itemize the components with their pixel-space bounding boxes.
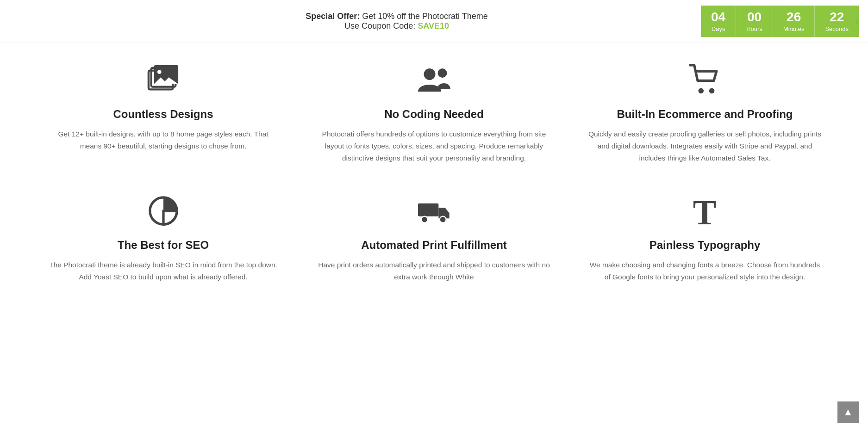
svg-point-11 xyxy=(421,216,428,222)
scroll-to-top-button[interactable]: ▲ xyxy=(837,401,859,423)
no-coding-desc: Photocrati offers hundreds of options to… xyxy=(317,128,551,165)
feature-typography: T Painless Typography We make choosing a… xyxy=(569,192,840,284)
top-banner: Special Offer: Get 10% off the Photocrat… xyxy=(0,0,868,43)
print-fulfillment-title: Automated Print Fulfillment xyxy=(317,239,551,252)
banner-offer: Get 10% off the Photocrati Theme xyxy=(360,12,488,21)
gallery-icon xyxy=(46,62,280,99)
countdown-timer: 04 Days 00 Hours 26 Minutes 22 Seconds xyxy=(701,6,859,37)
truck-icon xyxy=(317,192,551,229)
svg-point-5 xyxy=(424,68,435,80)
countdown-seconds: 22 Seconds xyxy=(815,6,859,37)
svg-point-3 xyxy=(157,70,161,74)
minutes-value: 26 xyxy=(787,10,801,25)
countless-designs-desc: Get 12+ built-in designs, with up to 8 h… xyxy=(46,128,280,153)
typography-title: Painless Typography xyxy=(588,239,822,252)
svg-point-12 xyxy=(439,216,446,222)
feature-print-fulfillment: Automated Print Fulfillment Have print o… xyxy=(299,192,569,284)
ecommerce-title: Built-In Ecommerce and Proofing xyxy=(588,108,822,121)
main-content: Countless Designs Get 12+ built-in desig… xyxy=(0,43,868,321)
days-label: Days xyxy=(712,25,725,32)
countless-designs-title: Countless Designs xyxy=(46,108,280,121)
typography-icon: T xyxy=(588,192,822,229)
features-row-1: Countless Designs Get 12+ built-in desig… xyxy=(28,62,840,165)
banner-prefix: Special Offer: xyxy=(306,12,360,21)
svg-point-6 xyxy=(437,68,447,78)
cart-icon xyxy=(588,62,822,99)
seconds-label: Seconds xyxy=(825,25,849,32)
countdown-days: 04 Days xyxy=(701,6,736,37)
banner-coupon-prefix: Use Coupon Code: xyxy=(344,21,418,31)
banner-coupon-code: SAVE10 xyxy=(418,21,449,31)
svg-rect-10 xyxy=(418,203,438,216)
feature-no-coding: No Coding Needed Photocrati offers hundr… xyxy=(299,62,569,165)
countdown-hours: 00 Hours xyxy=(736,6,773,37)
svg-point-7 xyxy=(698,88,704,93)
hours-value: 00 xyxy=(747,10,762,25)
banner-text: Special Offer: Get 10% off the Photocrat… xyxy=(102,12,692,31)
print-fulfillment-desc: Have print orders automatically printed … xyxy=(317,259,551,284)
countdown-minutes: 26 Minutes xyxy=(773,6,815,37)
svg-text:T: T xyxy=(693,195,716,227)
ecommerce-desc: Quickly and easily create proofing galle… xyxy=(588,128,822,165)
days-value: 04 xyxy=(711,10,725,25)
typography-desc: We make choosing and changing fonts a br… xyxy=(588,259,822,284)
hours-label: Hours xyxy=(746,25,762,32)
feature-countless-designs: Countless Designs Get 12+ built-in desig… xyxy=(28,62,299,153)
features-row-2: The Best for SEO The Photocrati theme is… xyxy=(28,192,840,284)
users-icon xyxy=(317,62,551,99)
seo-desc: The Photocrati theme is already built-in… xyxy=(46,259,280,284)
close-banner-button[interactable]: › xyxy=(856,16,859,26)
svg-point-8 xyxy=(709,88,714,93)
seconds-value: 22 xyxy=(830,10,844,25)
feature-seo: The Best for SEO The Photocrati theme is… xyxy=(28,192,299,284)
minutes-label: Minutes xyxy=(783,25,805,32)
no-coding-title: No Coding Needed xyxy=(317,108,551,121)
feature-ecommerce: Built-In Ecommerce and Proofing Quickly … xyxy=(569,62,840,165)
piechart-icon xyxy=(46,192,280,229)
seo-title: The Best for SEO xyxy=(46,239,280,252)
